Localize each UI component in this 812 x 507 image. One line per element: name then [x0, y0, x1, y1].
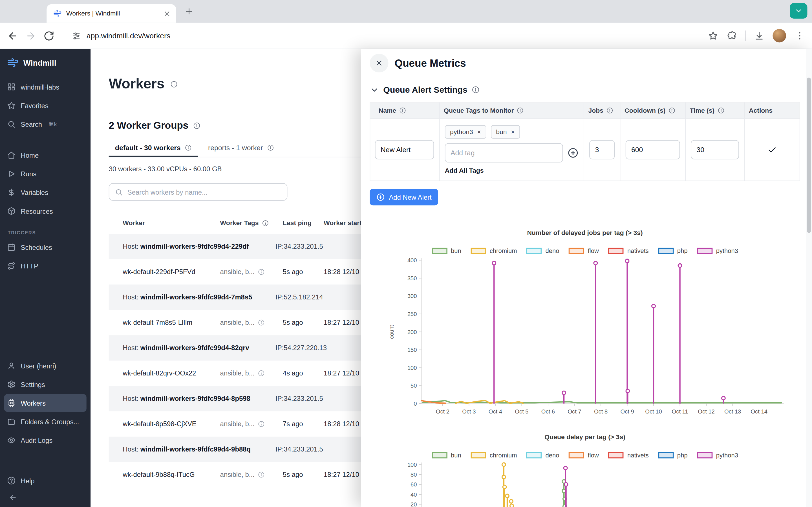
- profile-avatar[interactable]: [772, 29, 786, 43]
- browser-tab[interactable]: Workers | Windmill: [47, 4, 176, 23]
- omnibox[interactable]: app.windmill.dev/workers: [62, 31, 701, 40]
- sidebar-item-workers[interactable]: Workers: [4, 394, 87, 412]
- svg-text:40: 40: [410, 492, 417, 498]
- scrollbar-thumb[interactable]: [807, 78, 811, 233]
- alert-column-header: Jobs: [583, 103, 620, 119]
- page-title: Workers: [109, 76, 165, 92]
- sidebar-item-search[interactable]: Search⌘k: [4, 115, 87, 133]
- info-icon[interactable]: [606, 107, 613, 114]
- bookmark-icon[interactable]: [708, 31, 718, 41]
- host-label: Host: windmill-workers-9fdfc99d4-9b88q: [123, 445, 275, 453]
- legend-item[interactable]: chromium: [470, 247, 517, 255]
- info-icon[interactable]: [258, 269, 264, 275]
- legend-item[interactable]: python3: [697, 247, 738, 255]
- info-icon[interactable]: [399, 107, 406, 114]
- legend-item[interactable]: python3: [697, 452, 738, 459]
- legend-item[interactable]: deno: [526, 452, 559, 459]
- legend-item[interactable]: php: [658, 452, 688, 459]
- remove-tag-icon[interactable]: ×: [511, 128, 515, 136]
- info-icon[interactable]: [258, 370, 264, 377]
- browser-menu-icon[interactable]: [795, 31, 805, 41]
- tab-close-icon[interactable]: [163, 10, 171, 17]
- worker-search-input[interactable]: [128, 188, 282, 196]
- sidebar-item-http[interactable]: HTTP: [4, 257, 87, 275]
- legend-item[interactable]: php: [658, 247, 688, 255]
- tag-chip[interactable]: bun×: [491, 125, 520, 138]
- tab-default-group[interactable]: default - 30 workers: [109, 140, 198, 157]
- legend-item[interactable]: flow: [569, 452, 599, 459]
- legend-item[interactable]: chromium: [470, 452, 517, 459]
- info-icon[interactable]: [258, 471, 264, 478]
- sidebar-item-folders-groups[interactable]: Folders & Groups...: [4, 413, 87, 431]
- add-new-alert-button[interactable]: Add New Alert: [370, 189, 438, 205]
- queue-metrics-panel: Queue Metrics Queue Alert Settings NameQ…: [361, 49, 812, 507]
- info-icon[interactable]: [193, 122, 200, 129]
- legend-item[interactable]: nativets: [608, 452, 649, 459]
- chevron-down-icon: [370, 85, 379, 94]
- legend-label: python3: [716, 452, 738, 459]
- sidebar-item-label: Workers: [20, 399, 45, 407]
- tab-search-button[interactable]: [790, 3, 807, 18]
- back-button[interactable]: [7, 30, 18, 41]
- queue-alert-settings-toggle[interactable]: Queue Alert Settings: [370, 85, 800, 95]
- sidebar-item-runs[interactable]: Runs: [4, 165, 87, 182]
- sidebar-item-user-henri[interactable]: User (henri): [4, 357, 87, 374]
- sidebar-item-help[interactable]: Help: [4, 472, 87, 489]
- sidebar-item-audit-logs[interactable]: Audit Logs: [4, 432, 87, 449]
- add-all-tags-link[interactable]: Add All Tags: [445, 167, 484, 174]
- confirm-alert-icon[interactable]: [767, 145, 777, 154]
- site-settings-icon[interactable]: [72, 31, 81, 40]
- tab-reports-group[interactable]: reports - 1 worker: [202, 140, 280, 157]
- info-icon[interactable]: [669, 107, 675, 114]
- legend-item[interactable]: deno: [526, 247, 559, 255]
- time-input[interactable]: [691, 140, 739, 159]
- new-tab-button[interactable]: [183, 5, 196, 18]
- downloads-icon[interactable]: [754, 31, 764, 41]
- scrollbar[interactable]: [806, 49, 812, 507]
- add-tag-input[interactable]: [445, 144, 563, 163]
- sidebar-item-windmill-labs[interactable]: windmill-labs: [4, 78, 87, 96]
- worker-name: wk-default-229df-P5FVd: [123, 268, 220, 276]
- legend-swatch: [470, 248, 486, 254]
- legend-item[interactable]: nativets: [608, 247, 649, 255]
- info-icon[interactable]: [517, 107, 523, 114]
- info-icon[interactable]: [258, 319, 264, 326]
- info-icon[interactable]: [185, 144, 192, 151]
- forward-button[interactable]: [26, 30, 36, 41]
- reload-button[interactable]: [43, 30, 54, 41]
- add-tag-button[interactable]: [567, 147, 578, 158]
- legend-swatch: [470, 452, 486, 458]
- jobs-input[interactable]: [589, 140, 615, 159]
- sidebar-item-schedules[interactable]: Schedules: [4, 238, 87, 256]
- alert-name-input[interactable]: [375, 140, 434, 159]
- info-icon[interactable]: [267, 144, 274, 151]
- panel-title: Queue Metrics: [395, 57, 466, 69]
- sidebar-item-resources[interactable]: Resources: [4, 202, 87, 220]
- close-panel-button[interactable]: [370, 54, 388, 72]
- tag-chip[interactable]: python3×: [445, 125, 486, 138]
- legend-item[interactable]: bun: [432, 247, 461, 255]
- info-icon[interactable]: [718, 107, 724, 114]
- svg-text:Oct 6: Oct 6: [541, 408, 555, 414]
- legend-item[interactable]: flow: [569, 247, 599, 255]
- info-icon[interactable]: [258, 420, 264, 427]
- sidebar-item-favorites[interactable]: Favorites: [4, 97, 87, 114]
- sidebar-item-home[interactable]: Home: [4, 147, 87, 164]
- url-text[interactable]: app.windmill.dev/workers: [87, 32, 170, 40]
- info-icon[interactable]: [262, 220, 269, 226]
- sidebar-item-label: Audit Logs: [20, 436, 52, 444]
- legend-swatch: [569, 248, 584, 254]
- chart-plot: 020406080100Oct 2Oct 3Oct 4Oct 5Oct 6Oct…: [370, 461, 800, 507]
- sidebar-item-settings[interactable]: Settings: [4, 376, 87, 393]
- remove-tag-icon[interactable]: ×: [477, 128, 481, 136]
- windmill-brand[interactable]: Windmill: [0, 49, 91, 77]
- info-icon[interactable]: [170, 80, 177, 88]
- extensions-icon[interactable]: [726, 31, 737, 41]
- sidebar-item-variables[interactable]: Variables: [4, 184, 87, 201]
- legend-item[interactable]: bun: [432, 452, 461, 459]
- collapse-sidebar-button[interactable]: [9, 494, 17, 502]
- svg-text:250: 250: [407, 311, 417, 317]
- cooldown-input[interactable]: [626, 140, 680, 159]
- info-icon[interactable]: [472, 86, 479, 94]
- alert-settings-table: NameQueue Tags to MonitorJobsCooldown (s…: [370, 102, 800, 181]
